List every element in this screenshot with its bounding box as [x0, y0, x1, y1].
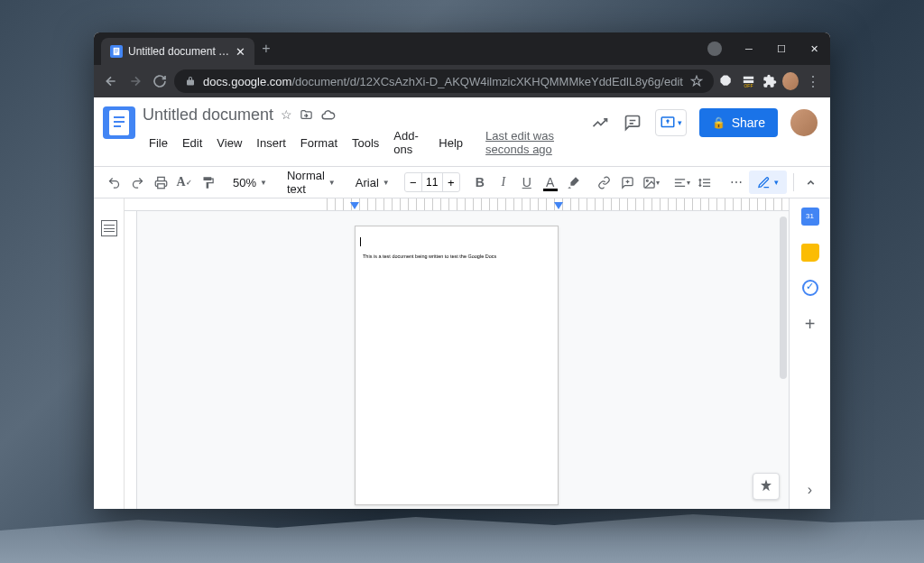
vertical-ruler[interactable] — [125, 211, 137, 509]
line-spacing-button[interactable] — [695, 171, 716, 193]
nav-back-button[interactable] — [101, 70, 120, 92]
nav-reload-button[interactable] — [150, 70, 169, 92]
svg-rect-3 — [115, 52, 117, 53]
highlight-button[interactable] — [563, 171, 585, 193]
share-label: Share — [732, 115, 765, 130]
window-minimize-button[interactable]: ─ — [733, 32, 765, 65]
indent-marker-left-icon[interactable] — [350, 202, 359, 209]
new-tab-button[interactable]: + — [254, 37, 278, 60]
share-button[interactable]: 🔒 Share — [699, 108, 778, 137]
star-icon[interactable]: ☆ — [281, 107, 292, 122]
font-select[interactable]: Arial▼ — [350, 171, 395, 193]
comments-icon[interactable] — [623, 113, 642, 133]
nav-forward-button[interactable] — [125, 70, 144, 92]
docs-home-button[interactable] — [103, 106, 135, 139]
spellcheck-button[interactable]: A✓ — [173, 171, 195, 193]
window-close-button[interactable]: ✕ — [798, 32, 830, 65]
svg-rect-0 — [114, 48, 120, 55]
print-button[interactable] — [150, 171, 171, 193]
svg-rect-9 — [114, 125, 121, 127]
font-size-increase[interactable]: + — [443, 176, 459, 189]
insert-image-button[interactable]: ▾ — [641, 171, 662, 193]
account-avatar[interactable] — [790, 109, 818, 136]
menu-tools[interactable]: Tools — [346, 134, 385, 152]
editing-mode-button[interactable]: ▾ — [749, 171, 787, 194]
left-sidebar — [94, 198, 125, 509]
last-edit-link[interactable]: Last edit was seconds ago — [485, 129, 583, 156]
align-button[interactable]: ▾ — [671, 171, 693, 193]
hide-side-panel-button[interactable]: › — [808, 482, 812, 498]
menu-bar: File Edit View Insert Format Tools Add-o… — [143, 126, 583, 159]
insert-comment-button[interactable] — [617, 171, 639, 193]
zoom-select[interactable]: 50%▼ — [227, 171, 273, 193]
bold-button[interactable]: B — [469, 171, 491, 193]
menu-help[interactable]: Help — [432, 134, 469, 152]
insert-link-button[interactable] — [594, 171, 615, 193]
svg-rect-11 — [157, 183, 164, 188]
extension-icon-1[interactable] — [719, 72, 735, 90]
underline-button[interactable]: U — [516, 171, 538, 193]
menu-view[interactable]: View — [210, 134, 248, 152]
tab-close-icon[interactable]: ✕ — [236, 45, 245, 59]
chevron-down-icon: ▾ — [678, 118, 682, 127]
text-cursor-icon — [360, 237, 361, 246]
font-size-decrease[interactable]: − — [405, 176, 421, 189]
collapse-toolbar-button[interactable] — [800, 171, 822, 193]
explore-button[interactable] — [753, 473, 780, 500]
tasks-addon-icon[interactable] — [802, 280, 818, 296]
browser-tab[interactable]: Untitled document - Google Docs ✕ — [101, 38, 254, 65]
workspace: This is a test document being written to… — [94, 198, 830, 509]
window-maximize-button[interactable]: ☐ — [765, 32, 798, 65]
browser-menu-icon[interactable]: ⋮ — [804, 70, 823, 92]
svg-rect-1 — [115, 50, 118, 51]
menu-insert[interactable]: Insert — [250, 134, 292, 152]
url-text: docs.google.com/document/d/12XCsAzhXi-D_… — [203, 75, 683, 88]
indent-marker-right-icon[interactable] — [554, 202, 563, 209]
style-select[interactable]: Normal text▼ — [282, 171, 341, 193]
document-body-text[interactable]: This is a test document being written to… — [363, 254, 550, 260]
vertical-scrollbar[interactable] — [780, 217, 787, 379]
lock-icon — [185, 76, 196, 87]
url-field[interactable]: docs.google.com/document/d/12XCsAzhXi-D_… — [174, 69, 714, 93]
bookmark-star-icon[interactable] — [690, 75, 703, 88]
menu-format[interactable]: Format — [294, 134, 344, 152]
cloud-status-icon[interactable] — [320, 107, 336, 123]
italic-button[interactable]: I — [493, 171, 514, 193]
present-button[interactable]: ▾ — [655, 109, 687, 136]
more-button[interactable]: ⋯ — [725, 171, 747, 193]
extension-icon-2[interactable]: OFF — [740, 72, 756, 90]
svg-rect-7 — [114, 116, 125, 118]
docs-favicon — [110, 45, 123, 58]
svg-text:OFF: OFF — [744, 83, 753, 88]
calendar-addon-icon[interactable] — [801, 208, 819, 226]
lock-icon: 🔒 — [712, 116, 725, 129]
docs-header: Untitled document ☆ File Edit View Inser… — [94, 97, 830, 159]
menu-file[interactable]: File — [143, 134, 174, 152]
get-addons-button[interactable]: + — [801, 314, 819, 335]
text-color-button[interactable]: A — [540, 171, 561, 193]
font-size-control: − 11 + — [404, 172, 460, 192]
browser-tab-strip: Untitled document - Google Docs ✕ + ─ ☐ … — [94, 32, 830, 65]
undo-button[interactable] — [103, 171, 125, 193]
menu-edit[interactable]: Edit — [176, 134, 208, 152]
document-page[interactable]: This is a test document being written to… — [355, 226, 559, 505]
keep-addon-icon[interactable] — [801, 244, 819, 262]
activity-dashboard-icon[interactable] — [590, 113, 610, 133]
redo-button[interactable] — [126, 171, 148, 193]
update-indicator-icon[interactable] — [707, 42, 722, 56]
horizontal-ruler[interactable] — [125, 198, 789, 211]
font-size-value[interactable]: 11 — [421, 173, 443, 191]
svg-rect-2 — [115, 51, 118, 51]
document-title[interactable]: Untitled document — [143, 106, 273, 125]
document-outline-button[interactable] — [101, 220, 117, 236]
move-icon[interactable] — [300, 108, 313, 122]
svg-point-13 — [647, 180, 649, 181]
browser-profile-avatar[interactable] — [782, 72, 799, 90]
menu-addons[interactable]: Add-ons — [387, 126, 430, 159]
extensions-menu-icon[interactable] — [762, 72, 778, 90]
document-canvas[interactable]: This is a test document being written to… — [125, 198, 789, 509]
side-panel: + › — [789, 198, 830, 509]
tab-title: Untitled document - Google Docs — [128, 45, 230, 58]
svg-rect-8 — [114, 121, 125, 123]
paint-format-button[interactable] — [197, 171, 218, 193]
